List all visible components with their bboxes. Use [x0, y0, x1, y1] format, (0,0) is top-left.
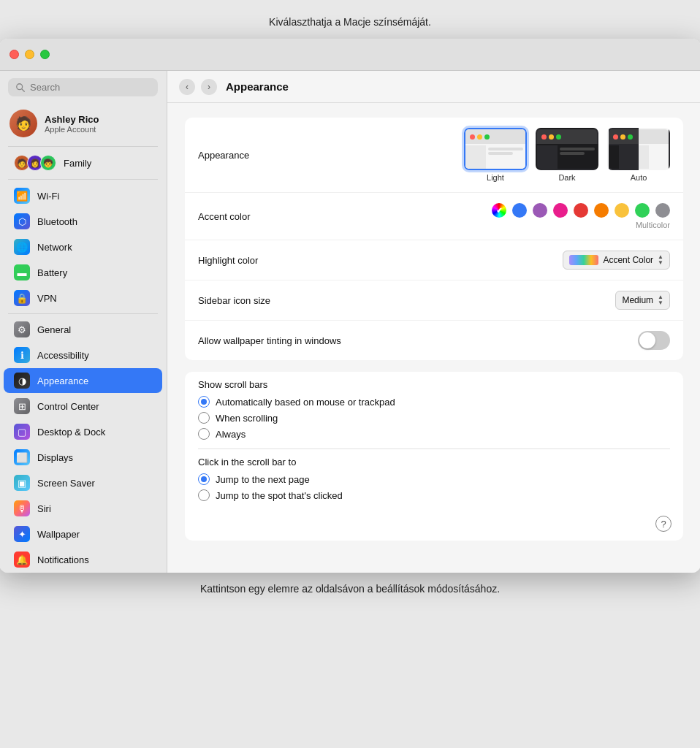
sidebar-item-network[interactable]: 🌐Network [4, 234, 162, 259]
titlebar [0, 39, 700, 71]
sidebar-item-battery[interactable]: ▬Battery [4, 260, 162, 285]
scrollbar-auto-label: Automatically based on mouse or trackpad [216, 397, 395, 408]
wallpaper-tinting-control [344, 331, 670, 350]
accent-blue[interactable] [512, 203, 527, 218]
theme-body-light [465, 145, 525, 169]
scrollbar-always-option[interactable]: Always [198, 428, 670, 440]
sidebar-item-label-wifi: Wi-Fi [37, 191, 59, 202]
divider-after-family [8, 179, 158, 180]
accent-color-label: Accent color [198, 211, 344, 222]
sidebar-item-displays[interactable]: ⬜Displays [4, 445, 162, 470]
accent-graphite[interactable] [655, 203, 670, 218]
divider-before-general [8, 313, 158, 314]
theme-option-dark[interactable]: Dark [536, 128, 598, 182]
sidebar-item-accessibility[interactable]: ℹAccessibility [4, 343, 162, 367]
sidebar-item-wallpaper[interactable]: ✦Wallpaper [4, 522, 162, 546]
click-spot-label: Jump to the spot that's clicked [216, 490, 343, 501]
accent-multicolor[interactable]: ✓ [492, 203, 506, 218]
sidebar-item-label-siri: Siri [37, 503, 51, 514]
accent-row: ✓ [492, 203, 670, 218]
sidebar: 🧑 Ashley Rico Apple Account 🧑 👩 🧒 Family… [0, 71, 167, 573]
close-button[interactable] [9, 50, 19, 59]
help-button[interactable]: ? [655, 516, 672, 532]
preview-dot-close [470, 134, 475, 140]
sidebar-item-control-center[interactable]: ⊞Control Center [4, 394, 162, 419]
user-name: Ashley Rico [45, 114, 99, 125]
preview-dot-min [477, 134, 482, 140]
scrollbar-scrolling-option[interactable]: When scrolling [198, 412, 670, 424]
accent-colors-group: ✓ [492, 203, 670, 229]
sidebar-item-vpn[interactable]: 🔒VPN [4, 286, 162, 310]
family-avatar-3: 🧒 [40, 155, 56, 171]
click-next-page-option[interactable]: Jump to the next page [198, 473, 670, 485]
accent-color-row: Accent color ✓ [185, 193, 683, 240]
sidebar-item-label-desktop-dock: Desktop & Dock [37, 427, 105, 438]
accent-color-control: ✓ [344, 203, 670, 229]
theme-preview-auto [607, 128, 670, 170]
sidebar-item-label-displays: Displays [37, 452, 73, 463]
toggle-knob [639, 332, 655, 348]
maximize-button[interactable] [40, 50, 50, 59]
nav-forward-button[interactable]: › [201, 79, 217, 95]
theme-option-auto[interactable]: Auto [607, 128, 670, 182]
accent-yellow[interactable] [615, 203, 629, 218]
appearance-section: Appearance [185, 118, 683, 360]
minimize-button[interactable] [25, 50, 34, 59]
accent-red[interactable] [574, 203, 588, 218]
accessibility-icon: ℹ [14, 347, 30, 363]
sidebar-item-appearance[interactable]: ◑Appearance [4, 368, 162, 393]
theme-preview-dark [536, 128, 598, 170]
search-icon [15, 83, 26, 93]
scrollbars-radio-group: Automatically based on mouse or trackpad… [185, 393, 683, 449]
family-label: Family [64, 158, 91, 169]
accent-orange[interactable] [594, 203, 609, 218]
wallpaper-tinting-toggle[interactable] [638, 331, 670, 350]
sidebar-item-family[interactable]: 🧑 👩 🧒 Family [4, 150, 162, 175]
svg-line-1 [22, 88, 25, 91]
scrollbar-always-radio [198, 428, 210, 440]
sidebar-size-label: Sidebar icon size [198, 295, 344, 306]
sidebar-size-dropdown[interactable]: Medium ▲ ▼ [615, 291, 670, 310]
network-icon: 🌐 [14, 239, 30, 255]
nav-back-button[interactable]: ‹ [179, 79, 195, 95]
screen-saver-icon: ▣ [14, 475, 30, 491]
control-center-icon: ⊞ [14, 398, 30, 414]
sidebar-item-wifi[interactable]: 📶Wi-Fi [4, 183, 162, 208]
sidebar-item-general[interactable]: ⚙General [4, 317, 162, 342]
click-next-page-label: Jump to the next page [216, 474, 310, 485]
theme-options-control: Light [344, 128, 670, 182]
appearance-icon: ◑ [14, 373, 30, 389]
theme-option-light[interactable]: Light [464, 128, 527, 182]
accent-pink[interactable] [553, 203, 568, 218]
sidebar-size-control: Medium ▲ ▼ [344, 291, 670, 310]
click-scrollbar-radio-group: Jump to the next page Jump to the spot t… [185, 470, 683, 510]
sidebar-item-siri[interactable]: 🎙Siri [4, 496, 162, 521]
click-spot-option[interactable]: Jump to the spot that's clicked [198, 489, 670, 501]
scrollbar-scrolling-radio [198, 412, 210, 424]
accent-purple[interactable] [533, 203, 547, 218]
theme-titlebar-dark [537, 129, 597, 144]
search-input[interactable] [30, 82, 151, 93]
help-row: ? [185, 510, 683, 541]
accent-green[interactable] [635, 203, 650, 218]
highlight-swatch [569, 255, 598, 265]
sidebar-item-label-wallpaper: Wallpaper [37, 529, 80, 540]
search-bar[interactable] [8, 78, 158, 96]
content-body: Appearance [167, 103, 700, 573]
sidebar-item-desktop-dock[interactable]: ▢Desktop & Dock [4, 419, 162, 444]
highlight-dropdown[interactable]: Accent Color ▲ ▼ [563, 251, 670, 270]
sidebar-item-bluetooth[interactable]: ⬡Bluetooth [4, 209, 162, 234]
battery-icon: ▬ [14, 264, 30, 280]
vpn-icon: 🔒 [14, 290, 30, 306]
scrollbar-auto-option[interactable]: Automatically based on mouse or trackpad [198, 396, 670, 408]
sidebar-item-label-notifications: Notifications [37, 554, 89, 565]
appearance-row: Appearance [185, 118, 683, 193]
bluetooth-icon: ⬡ [14, 213, 30, 229]
theme-sidebar-light [465, 145, 486, 169]
sidebar-item-screen-saver[interactable]: ▣Screen Saver [4, 470, 162, 495]
content-header: ‹ › Appearance [167, 71, 700, 103]
sidebar-item-notifications[interactable]: 🔔Notifications [4, 547, 162, 572]
user-profile[interactable]: 🧑 Ashley Rico Apple Account [0, 104, 167, 143]
scrollbar-scrolling-label: When scrolling [216, 413, 278, 424]
annotation-bottom: Kattintson egy elemre az oldalsávon a be… [200, 581, 500, 597]
